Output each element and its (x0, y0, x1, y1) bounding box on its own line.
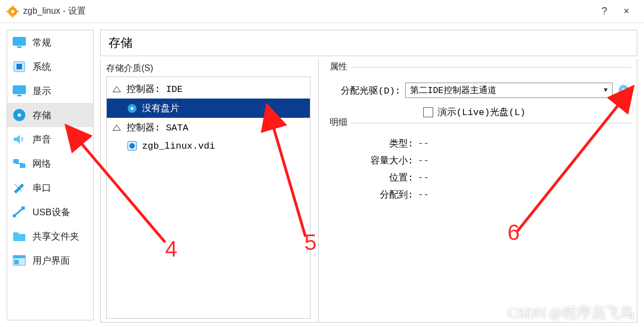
drive-assign-select[interactable]: 第二IDE控制器主通道 ▼ (405, 83, 613, 98)
sidebar-item-label: 声音 (32, 133, 51, 146)
svg-point-1 (11, 10, 14, 13)
sidebar-item-label: 常规 (32, 36, 51, 49)
usb-icon (12, 205, 27, 219)
storage-media-label: 存储介质(S) (106, 63, 310, 74)
monitor-icon (12, 36, 27, 49)
network-icon (12, 157, 27, 170)
monitor-icon (12, 84, 27, 97)
svg-point-25 (129, 143, 135, 149)
tree-controller-sata[interactable]: 控制器: SATA (107, 118, 310, 137)
sidebar-item-usb[interactable]: USB设备 (7, 200, 93, 224)
tree-empty-disc[interactable]: 没有盘片 (107, 99, 310, 118)
sidebar-item-audio[interactable]: 声音 (7, 127, 93, 151)
vertical-divider (318, 59, 319, 322)
content-container: 常规 系统 显示 存储 声音 网络 串口 USB设备 (0, 23, 644, 327)
sidebar-item-system[interactable]: 系统 (7, 54, 93, 79)
attributes-section: 属性 (330, 67, 631, 79)
tree-label: zgb_linux.vdi (142, 141, 215, 151)
tree-label: 没有盘片 (142, 102, 179, 115)
detail-size: 容量大小: -- (330, 152, 631, 169)
tree-controller-ide[interactable]: 控制器: IDE (107, 79, 310, 99)
svg-rect-10 (13, 85, 26, 94)
speaker-icon (12, 133, 27, 146)
disk-icon (12, 108, 27, 122)
sidebar-item-label: 系统 (32, 61, 51, 73)
drive-assign-row: 分配光驱(D): 第二IDE控制器主通道 ▼ (330, 79, 631, 103)
drive-assign-value: 第二IDE控制器主通道 (410, 85, 496, 96)
hdd-icon (127, 140, 138, 151)
choose-disc-button[interactable] (617, 83, 631, 97)
close-button[interactable]: × (615, 1, 637, 23)
controller-icon (111, 122, 122, 133)
optical-icon (127, 103, 138, 114)
svg-point-17 (13, 214, 16, 217)
sidebar-item-general[interactable]: 常规 (7, 30, 93, 54)
live-cd-label: 演示(Live)光盘(L) (438, 106, 526, 118)
chip-icon (12, 60, 27, 73)
tree-label: 控制器: SATA (127, 121, 188, 134)
sidebar-item-storage[interactable]: 存储 (7, 103, 93, 127)
main-panel: 存储 存储介质(S) 控制器: IDE 没有盘片 控制器: SAT (100, 30, 637, 320)
svg-rect-14 (13, 159, 19, 164)
ui-icon (12, 254, 27, 267)
tree-label: 控制器: IDE (127, 83, 183, 95)
svg-point-27 (623, 89, 625, 91)
serial-icon (12, 181, 27, 194)
svg-rect-7 (17, 46, 21, 48)
live-cd-checkbox[interactable] (423, 107, 433, 117)
chevron-down-icon: ▼ (604, 86, 608, 94)
sidebar-item-label: 显示 (32, 85, 51, 97)
folder-icon (12, 230, 27, 243)
sidebar-item-label: USB设备 (32, 206, 70, 219)
details-section: 明细 (330, 123, 631, 135)
svg-rect-11 (17, 95, 21, 96)
storage-media-pane: 存储介质(S) 控制器: IDE 没有盘片 控制器: SATA (101, 59, 313, 322)
titlebar: zgb_linux - 设置 ? × (0, 0, 644, 23)
svg-rect-15 (20, 164, 25, 168)
sidebar-item-serial[interactable]: 串口 (7, 176, 93, 200)
sidebar-item-label: 网络 (32, 157, 51, 170)
controller-icon (111, 84, 122, 95)
sidebar-item-label: 存储 (32, 109, 51, 122)
svg-rect-6 (13, 37, 26, 46)
page-title: 存储 (100, 30, 637, 56)
svg-point-23 (131, 107, 134, 110)
detail-type: 类型: -- (330, 135, 631, 152)
sidebar-item-label: 共享文件夹 (32, 230, 79, 243)
attributes-pane: 属性 分配光驱(D): 第二IDE控制器主通道 ▼ 演示(Live)光盘(L) … (324, 59, 637, 322)
sidebar-item-network[interactable]: 网络 (7, 151, 93, 176)
svg-rect-21 (14, 260, 19, 264)
window-title: zgb_linux - 设置 (23, 6, 593, 17)
sidebar: 常规 系统 显示 存储 声音 网络 串口 USB设备 (7, 30, 94, 320)
sidebar-item-shared-folders[interactable]: 共享文件夹 (7, 224, 93, 248)
detail-location: 位置: -- (330, 169, 631, 186)
tree-vdi-file[interactable]: zgb_linux.vdi (107, 137, 310, 155)
main-body: 存储介质(S) 控制器: IDE 没有盘片 控制器: SATA (100, 59, 637, 323)
live-cd-row[interactable]: 演示(Live)光盘(L) (330, 106, 631, 118)
svg-point-13 (18, 113, 21, 117)
drive-assign-label: 分配光驱(D): (341, 84, 401, 97)
sidebar-item-display[interactable]: 显示 (7, 79, 93, 103)
svg-rect-18 (21, 206, 25, 210)
sidebar-item-label: 串口 (32, 182, 51, 194)
svg-rect-20 (13, 255, 25, 258)
help-button[interactable]: ? (593, 1, 615, 23)
svg-rect-9 (17, 64, 22, 69)
detail-assigned: 分配到: -- (330, 186, 631, 203)
storage-tree[interactable]: 控制器: IDE 没有盘片 控制器: SATA zgb_linux.vdi (106, 77, 310, 319)
sidebar-item-label: 用户界面 (32, 254, 70, 267)
sidebar-item-user-interface[interactable]: 用户界面 (7, 248, 93, 272)
app-gear-icon (7, 6, 19, 18)
